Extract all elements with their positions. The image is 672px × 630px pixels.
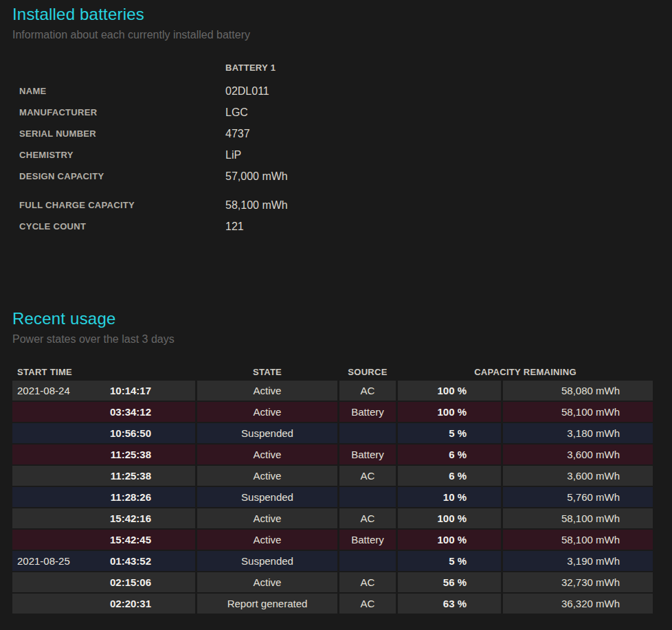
usage-cell-mwh: 36,320 mWh — [503, 594, 653, 614]
battery-info-label: DESIGN CAPACITY — [12, 171, 225, 181]
usage-row: 11:28:26 Suspended 10 % 5,760 mWh — [12, 487, 653, 507]
usage-cell-percent: 63 % — [398, 594, 501, 614]
usage-cell-state: Suspended — [197, 551, 337, 571]
battery-info-row: NAME 02DL011 — [12, 80, 672, 102]
battery-info-value: LGC — [225, 106, 248, 119]
usage-cell-start-time: 10:56:50 — [12, 423, 195, 443]
battery-info-label: NAME — [12, 86, 225, 96]
usage-cell-state: Active — [197, 466, 337, 486]
usage-header-capacity-remaining: CAPACITY REMAINING — [398, 363, 653, 379]
battery-info-row: SERIAL NUMBER 4737 — [12, 123, 672, 144]
usage-date: 2021-08-24 — [17, 385, 110, 396]
usage-cell-start-time: 11:25:38 — [12, 466, 195, 486]
battery-info-value: 121 — [225, 221, 244, 233]
battery-info-label: SERIAL NUMBER — [12, 128, 225, 139]
usage-header-state: STATE — [197, 363, 337, 379]
usage-cell-percent: 100 % — [398, 381, 501, 401]
usage-cell-state: Active — [197, 381, 337, 401]
battery-info-label: MANUFACTURER — [12, 107, 225, 117]
battery-info-value: LiP — [225, 149, 241, 161]
usage-row: 11:25:38 Active AC 6 % 3,600 mWh — [12, 466, 653, 486]
usage-cell-state: Suspended — [197, 423, 337, 443]
usage-time: 11:28:26 — [111, 491, 151, 503]
battery-info-label: CYCLE COUNT — [12, 221, 225, 232]
battery-info-value: 57,000 mWh — [225, 170, 288, 183]
usage-cell-source: Battery — [339, 402, 396, 422]
usage-cell-mwh: 58,080 mWh — [503, 381, 653, 401]
battery-info-row: FULL CHARGE CAPACITY 58,100 mWh — [12, 194, 672, 216]
usage-time: 10:14:17 — [110, 385, 151, 396]
usage-cell-state: Active — [197, 572, 337, 592]
usage-time: 02:20:31 — [110, 598, 151, 609]
battery-info-value: 02DL011 — [225, 85, 269, 98]
battery-info-label: CHEMISTRY — [12, 150, 225, 160]
usage-row: 03:34:12 Active Battery 100 % 58,100 mWh — [12, 402, 653, 422]
usage-cell-source: AC — [339, 572, 396, 592]
recent-usage-title: Recent usage — [12, 308, 672, 329]
usage-table-header: START TIME STATE SOURCE CAPACITY REMAINI… — [12, 363, 653, 379]
usage-cell-state: Active — [197, 445, 337, 464]
usage-cell-start-time: 03:34:12 — [12, 402, 195, 422]
usage-row: 02:15:06 Active AC 56 % 32,730 mWh — [12, 572, 653, 592]
usage-cell-mwh: 58,100 mWh — [503, 508, 653, 528]
usage-row: 2021-08-25 01:43:52 Suspended 5 % 3,190 … — [12, 551, 653, 571]
battery-report-page: Installed batteries Information about ea… — [0, 0, 672, 630]
usage-row: 2021-08-24 10:14:17 Active AC 100 % 58,0… — [12, 381, 653, 401]
usage-cell-mwh: 58,100 mWh — [503, 402, 653, 422]
usage-cell-source: AC — [339, 594, 396, 614]
battery-column-header: BATTERY 1 — [225, 63, 276, 73]
usage-date: 2021-08-25 — [17, 555, 110, 567]
usage-time: 03:34:12 — [110, 406, 151, 418]
usage-cell-mwh: 32,730 mWh — [503, 572, 653, 592]
installed-batteries-title: Installed batteries — [12, 4, 672, 25]
usage-cell-start-time: 15:42:16 — [12, 508, 195, 528]
usage-cell-source: AC — [339, 508, 396, 528]
usage-time: 11:25:38 — [111, 470, 151, 482]
usage-time: 15:42:16 — [110, 513, 151, 524]
usage-row: 02:20:31 Report generated AC 63 % 36,320… — [12, 594, 653, 614]
battery-info-value: 58,100 mWh — [225, 199, 288, 212]
usage-cell-percent: 100 % — [398, 402, 501, 422]
usage-cell-start-time: 02:20:31 — [12, 594, 195, 614]
battery-info-value: 4737 — [225, 128, 250, 140]
usage-cell-source: AC — [339, 466, 396, 486]
usage-cell-start-time: 11:28:26 — [12, 487, 195, 507]
usage-cell-state: Active — [197, 508, 337, 528]
usage-cell-mwh: 5,760 mWh — [503, 487, 653, 507]
usage-cell-start-time: 2021-08-25 01:43:52 — [12, 551, 195, 571]
usage-row: 15:42:16 Active AC 100 % 58,100 mWh — [12, 508, 653, 528]
usage-table: START TIME STATE SOURCE CAPACITY REMAINI… — [10, 361, 655, 615]
usage-row: 10:56:50 Suspended 5 % 3,180 mWh — [12, 423, 653, 443]
usage-time: 15:42:45 — [110, 534, 151, 545]
usage-cell-mwh: 3,600 mWh — [503, 466, 653, 486]
usage-cell-source: Battery — [339, 530, 396, 550]
usage-time: 11:25:38 — [111, 449, 151, 460]
usage-cell-source — [339, 487, 396, 507]
usage-cell-percent: 5 % — [398, 423, 501, 443]
usage-cell-start-time: 11:25:38 — [12, 445, 195, 464]
usage-cell-source: AC — [339, 381, 396, 401]
usage-cell-percent: 5 % — [398, 551, 501, 571]
usage-cell-source — [339, 551, 396, 571]
recent-usage-subtitle: Power states over the last 3 days — [12, 333, 672, 346]
usage-cell-source — [339, 423, 396, 443]
usage-cell-start-time: 02:15:06 — [12, 572, 195, 592]
usage-cell-state: Report generated — [197, 594, 337, 614]
battery-info-row: CYCLE COUNT 121 — [12, 216, 672, 237]
battery-info-row: CHEMISTRY LiP — [12, 144, 672, 166]
battery-info-row: DESIGN CAPACITY 57,000 mWh — [12, 166, 672, 187]
usage-cell-start-time: 2021-08-24 10:14:17 — [12, 381, 195, 401]
installed-batteries-section: Installed batteries Information about ea… — [0, 4, 672, 237]
usage-cell-percent: 56 % — [398, 572, 501, 592]
recent-usage-section: Recent usage Power states over the last … — [0, 308, 672, 346]
usage-cell-mwh: 3,190 mWh — [503, 551, 653, 571]
battery-info-row: MANUFACTURER LGC — [12, 102, 672, 123]
usage-cell-state: Suspended — [197, 487, 337, 507]
usage-table-body: 2021-08-24 10:14:17 Active AC 100 % 58,0… — [12, 381, 653, 614]
usage-time: 01:43:52 — [110, 555, 151, 567]
usage-header-source: SOURCE — [339, 363, 396, 379]
battery-info-label: FULL CHARGE CAPACITY — [12, 200, 225, 210]
usage-cell-percent: 10 % — [398, 487, 501, 507]
usage-cell-percent: 6 % — [398, 445, 501, 464]
usage-cell-percent: 100 % — [398, 530, 501, 550]
